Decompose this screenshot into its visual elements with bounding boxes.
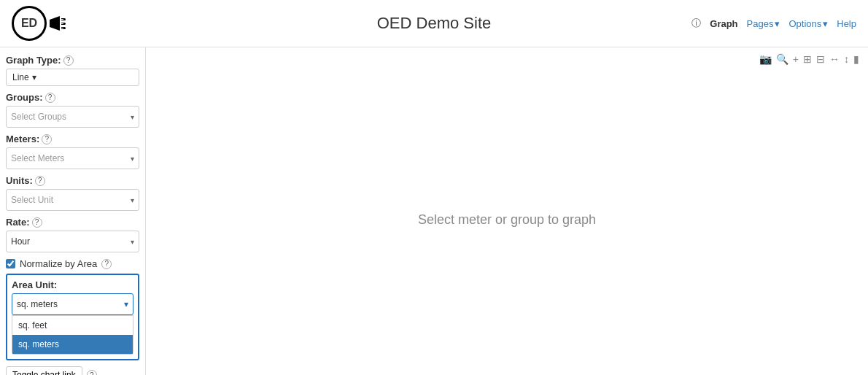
units-section: Units: ? Select Unit ▾: [6, 175, 139, 211]
header: ED OED Demo Site ⓘ Graph Pages ▾ Options…: [0, 0, 868, 47]
nav-graph[interactable]: Graph: [710, 18, 737, 29]
graph-type-caret-icon: ▾: [32, 72, 36, 82]
meters-caret-icon: ▾: [131, 155, 134, 163]
speaker-lines-icon: [61, 18, 66, 29]
units-label: Units: ?: [6, 175, 139, 186]
area-unit-section: Area Unit: sq. meters ▾ sq. feet sq. met…: [6, 274, 139, 360]
units-caret-icon: ▾: [131, 196, 134, 204]
units-select[interactable]: Select Unit ▾: [6, 189, 139, 211]
chart-placeholder: Select meter or group to graph: [418, 212, 596, 228]
meters-label: Meters: ?: [6, 134, 139, 144]
contract-icon[interactable]: ⊟: [816, 53, 825, 65]
nav-pages[interactable]: Pages ▾: [747, 18, 780, 29]
logo-circle: ED: [12, 6, 47, 41]
speaker-line-2-icon: [61, 23, 66, 25]
normalize-label: Normalize by Area: [20, 258, 97, 269]
rate-help-icon[interactable]: ?: [32, 217, 42, 228]
normalize-checkbox[interactable]: [6, 259, 15, 268]
logo: ED: [12, 6, 66, 41]
page-title: OED Demo Site: [377, 14, 492, 33]
nav-help[interactable]: Help: [837, 18, 856, 29]
main-layout: Graph Type: ? Line ▾ Groups: ? Select Gr…: [0, 47, 868, 375]
vertical-icon[interactable]: ↕: [844, 53, 849, 65]
chart-toolbar: 📷 🔍 + ⊞ ⊟ ↔ ↕ ▮: [146, 47, 868, 65]
rate-caret-icon: ▾: [131, 238, 134, 246]
plus-icon[interactable]: +: [793, 53, 799, 65]
groups-label: Groups: ?: [6, 92, 139, 103]
nav-options[interactable]: Options ▾: [788, 18, 828, 29]
rate-section: Rate: ? Hour ▾: [6, 217, 139, 252]
speaker-line-1-icon: [61, 18, 66, 20]
area-unit-dropdown[interactable]: sq. meters ▾: [12, 293, 133, 315]
option-sq-meters[interactable]: sq. meters: [12, 335, 133, 354]
graph-type-section: Graph Type: ? Line ▾: [6, 55, 139, 86]
toggle-chart-button[interactable]: Toggle chart link: [6, 366, 82, 375]
groups-caret-icon: ▾: [131, 113, 134, 121]
rate-select[interactable]: Hour ▾: [6, 231, 139, 252]
speaker-body-icon: [50, 16, 60, 31]
camera-icon[interactable]: 📷: [759, 53, 772, 65]
chart-area: Select meter or group to graph: [146, 65, 868, 375]
meters-section: Meters: ? Select Meters ▾: [6, 134, 139, 169]
meters-help-icon[interactable]: ?: [42, 134, 52, 144]
help-circle-icon: ⓘ: [691, 17, 701, 30]
horizontal-icon[interactable]: ↔: [829, 53, 840, 65]
meters-select[interactable]: Select Meters ▾: [6, 147, 139, 169]
expand-icon[interactable]: ⊞: [803, 53, 812, 65]
grid-icon[interactable]: ▮: [853, 53, 859, 65]
groups-section: Groups: ? Select Groups ▾: [6, 92, 139, 128]
area-unit-caret-icon: ▾: [124, 299, 128, 309]
header-nav: ⓘ Graph Pages ▾ Options ▾ Help: [691, 17, 856, 30]
zoom-icon[interactable]: 🔍: [776, 53, 788, 65]
speaker-line-3-icon: [61, 27, 66, 29]
toggle-chart-help-icon[interactable]: ?: [87, 370, 97, 375]
area-unit-options: sq. feet sq. meters: [12, 315, 133, 355]
normalize-row: Normalize by Area ?: [6, 258, 139, 269]
units-help-icon[interactable]: ?: [35, 176, 45, 186]
content-area: 📷 🔍 + ⊞ ⊟ ↔ ↕ ▮ Select meter or group to…: [146, 47, 868, 375]
rate-label: Rate: ?: [6, 217, 139, 228]
graph-type-dropdown[interactable]: Line ▾: [6, 69, 139, 86]
toggle-chart-row: Toggle chart link ?: [6, 366, 139, 375]
logo-speaker: [50, 16, 66, 31]
option-sq-feet[interactable]: sq. feet: [12, 316, 133, 335]
graph-type-help-icon[interactable]: ?: [63, 55, 74, 66]
logo-text: ED: [21, 17, 37, 30]
pages-caret-icon: ▾: [775, 18, 780, 29]
groups-select[interactable]: Select Groups ▾: [6, 106, 139, 128]
graph-type-label: Graph Type: ?: [6, 55, 139, 66]
groups-help-icon[interactable]: ?: [45, 93, 55, 103]
options-caret-icon: ▾: [823, 18, 828, 29]
area-unit-label: Area Unit:: [12, 279, 133, 290]
sidebar: Graph Type: ? Line ▾ Groups: ? Select Gr…: [0, 47, 146, 375]
normalize-help-icon[interactable]: ?: [101, 259, 112, 269]
